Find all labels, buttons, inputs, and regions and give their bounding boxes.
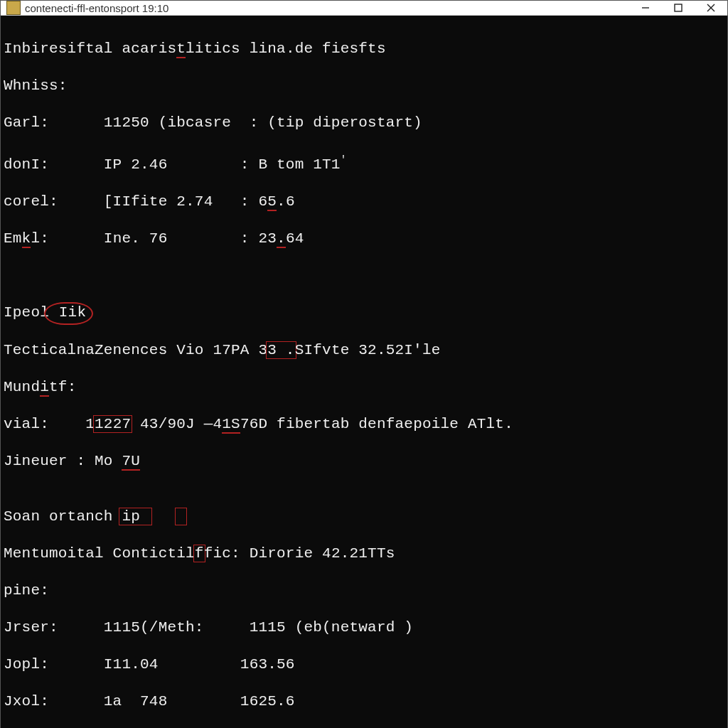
terminal-line: TecticalnaZenences Vio 17PA 33 .SIfvte 3… — [4, 341, 728, 360]
client-area: Inbiresiftal acaristlitics lina.de fiesf… — [1, 16, 727, 728]
red-underline: . — [277, 230, 286, 248]
red-underline: 5 — [267, 193, 277, 211]
terminal-line: Soan ortanch ip — [4, 508, 728, 526]
terminal-output[interactable]: Inbiresiftal acaristlitics lina.de fiesf… — [1, 16, 728, 728]
window-title: contenecti-ffl-entonsport 19:10 — [25, 2, 629, 14]
svg-rect-1 — [675, 4, 682, 11]
terminal-line: Ipeol Iik — [4, 304, 728, 323]
terminal-line: Emkl: Ine. 76 : 23.64 — [4, 230, 728, 248]
terminal-line: Munditf: — [4, 378, 728, 397]
minimize-button[interactable] — [629, 1, 662, 15]
terminal-line: vial: 11227 43/90J —41S76D fibertab denf… — [4, 415, 728, 434]
red-box-annotation: ip — [119, 508, 151, 525]
red-underline: i — [40, 379, 49, 397]
terminal-line: donI: IP 2.46 : B tom 1T1' — [4, 151, 728, 174]
terminal-line: Garl: 11250 (ibcasre : (tip diperostart) — [4, 114, 728, 132]
window-controls — [629, 1, 727, 15]
red-circle-annotation: Iik — [44, 302, 93, 325]
red-box-annotation: 1227 — [93, 415, 132, 433]
terminal-line: Mentumoital Contictilffic: Dirorie 42.21… — [4, 545, 728, 563]
terminal-line: Jopl: I11.04 163.56 — [4, 655, 728, 674]
red-underline: 7U — [122, 453, 140, 471]
red-underline: k — [22, 230, 31, 248]
close-button[interactable] — [695, 1, 727, 15]
terminal-line: Whniss: — [4, 77, 728, 95]
app-icon — [6, 1, 21, 15]
terminal-line: corel: [IIfite 2.74 : 65.6 — [4, 193, 728, 211]
titlebar[interactable]: contenecti-ffl-entonsport 19:10 — [1, 1, 727, 16]
red-underline: t — [176, 41, 186, 58]
terminal-line: Jrser: 1115(/Meth: 1115 (eb(netward ) — [4, 619, 728, 637]
maximize-button[interactable] — [662, 1, 695, 15]
red-box-annotation — [175, 508, 187, 525]
red-underline: 1S — [222, 416, 240, 434]
terminal-line: Jineuer : Mo 7U — [4, 452, 728, 471]
terminal-line: Jxol: 1a 748 1625.6 — [4, 692, 728, 711]
terminal-line: pine: — [4, 582, 728, 600]
red-box-annotation: 3 . — [266, 341, 296, 359]
terminal-line: Inbiresiftal acaristlitics lina.de fiesf… — [4, 40, 728, 58]
app-window: contenecti-ffl-entonsport 19:10 Inbiresi… — [0, 0, 728, 728]
